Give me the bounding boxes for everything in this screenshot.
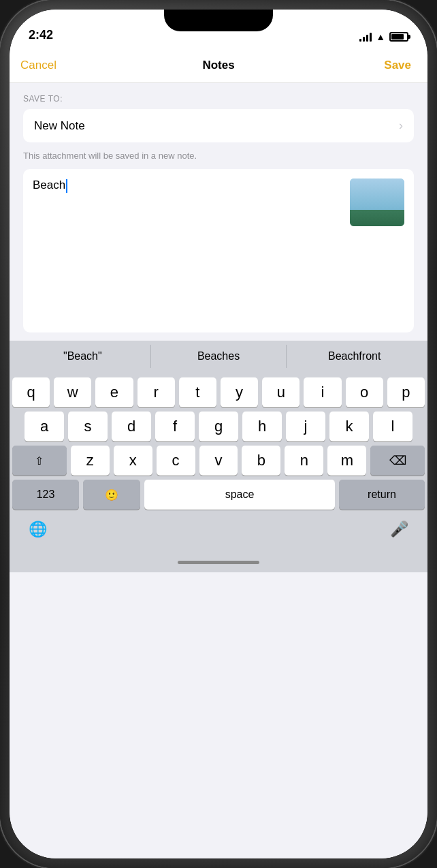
autocorrect-option-2[interactable]: Beaches bbox=[151, 345, 287, 368]
home-indicator-wrapper bbox=[10, 552, 427, 572]
signal-bar-3 bbox=[366, 35, 368, 42]
nav-bar: Cancel Notes Save bbox=[10, 48, 427, 83]
key-h[interactable]: h bbox=[242, 412, 282, 441]
key-b[interactable]: b bbox=[242, 446, 280, 476]
key-s[interactable]: s bbox=[68, 412, 108, 441]
status-time: 2:42 bbox=[29, 28, 53, 42]
key-w[interactable]: w bbox=[54, 377, 91, 407]
key-emoji[interactable]: 🙂 bbox=[83, 480, 140, 510]
keyboard-row-1: q w e r t y u i o p bbox=[10, 372, 427, 407]
keyboard-row-2: a s d f g h j k l bbox=[10, 407, 427, 441]
nav-title: Notes bbox=[152, 59, 285, 72]
phone-inner: 2:42 ▲ Cancel Notes bbox=[10, 10, 427, 858]
microphone-icon[interactable]: 🎤 bbox=[390, 521, 408, 538]
screen: 2:42 ▲ Cancel Notes bbox=[10, 10, 427, 858]
key-g[interactable]: g bbox=[199, 412, 238, 441]
cancel-button[interactable]: Cancel bbox=[20, 59, 152, 72]
key-j[interactable]: j bbox=[286, 412, 325, 441]
wifi-icon: ▲ bbox=[376, 31, 385, 42]
attachment-note: This attachment will be saved in a new n… bbox=[10, 146, 427, 169]
key-p[interactable]: p bbox=[387, 377, 425, 407]
chevron-right-icon: › bbox=[399, 119, 403, 133]
note-editor[interactable]: Beach bbox=[23, 169, 414, 332]
save-to-label: SAVE TO: bbox=[23, 94, 414, 104]
main-content: SAVE TO: New Note › This attachment will… bbox=[10, 83, 427, 858]
key-i[interactable]: i bbox=[304, 377, 341, 407]
autocorrect-option-3[interactable]: Beachfront bbox=[287, 345, 422, 368]
key-backspace[interactable]: ⌫ bbox=[370, 446, 425, 476]
key-f[interactable]: f bbox=[155, 412, 195, 441]
keyboard-row-3: ⇧ z x c v b n m ⌫ bbox=[10, 441, 427, 476]
image-sky bbox=[350, 179, 404, 210]
note-image-thumbnail bbox=[350, 179, 404, 226]
key-m[interactable]: m bbox=[327, 446, 366, 476]
signal-bar-4 bbox=[370, 33, 372, 42]
key-t[interactable]: t bbox=[179, 377, 216, 407]
note-text: Beach bbox=[33, 179, 65, 191]
save-wrapper: Save bbox=[285, 56, 417, 75]
autocorrect-option-1[interactable]: "Beach" bbox=[15, 345, 151, 368]
key-y[interactable]: y bbox=[221, 377, 258, 407]
key-return[interactable]: return bbox=[339, 480, 425, 510]
key-n[interactable]: n bbox=[285, 446, 323, 476]
key-numbers[interactable]: 123 bbox=[12, 480, 79, 510]
notch bbox=[164, 10, 273, 31]
key-a[interactable]: a bbox=[25, 412, 64, 441]
key-q[interactable]: q bbox=[12, 377, 50, 407]
numbers-label: 123 bbox=[37, 489, 55, 501]
home-indicator bbox=[178, 561, 259, 564]
globe-icon[interactable]: 🌐 bbox=[29, 521, 47, 538]
autocorrect-bar: "Beach" Beaches Beachfront bbox=[10, 341, 427, 372]
status-icons: ▲ bbox=[359, 31, 408, 42]
text-cursor bbox=[66, 179, 67, 193]
battery-fill bbox=[391, 34, 404, 40]
keyboard: q w e r t y u i o p a s bbox=[10, 372, 427, 552]
key-o[interactable]: o bbox=[346, 377, 383, 407]
return-label: return bbox=[368, 489, 396, 501]
key-shift[interactable]: ⇧ bbox=[12, 446, 67, 476]
key-z[interactable]: z bbox=[71, 446, 110, 476]
image-sea bbox=[350, 210, 404, 227]
battery-icon bbox=[389, 32, 408, 42]
keyboard-row-bottom: 123 🙂 space return bbox=[10, 476, 427, 514]
key-space[interactable]: space bbox=[144, 480, 335, 510]
signal-bars-icon bbox=[359, 32, 372, 42]
keyboard-bottom-bar: 🌐 🎤 bbox=[10, 514, 427, 552]
new-note-row[interactable]: New Note › bbox=[23, 109, 414, 142]
key-l[interactable]: l bbox=[373, 412, 412, 441]
signal-bar-1 bbox=[359, 39, 361, 42]
signal-bar-2 bbox=[363, 37, 365, 42]
key-k[interactable]: k bbox=[329, 412, 369, 441]
key-d[interactable]: d bbox=[112, 412, 151, 441]
save-to-section: SAVE TO: New Note › bbox=[10, 83, 427, 146]
key-x[interactable]: x bbox=[114, 446, 152, 476]
key-r[interactable]: r bbox=[137, 377, 175, 407]
phone-frame: 2:42 ▲ Cancel Notes bbox=[0, 0, 437, 868]
space-label: space bbox=[225, 489, 255, 501]
note-text-area[interactable]: Beach bbox=[33, 179, 343, 193]
key-v[interactable]: v bbox=[199, 446, 238, 476]
new-note-label: New Note bbox=[34, 119, 85, 133]
key-u[interactable]: u bbox=[262, 377, 300, 407]
key-c[interactable]: c bbox=[157, 446, 195, 476]
key-e[interactable]: e bbox=[95, 377, 133, 407]
save-button[interactable]: Save bbox=[378, 56, 417, 75]
